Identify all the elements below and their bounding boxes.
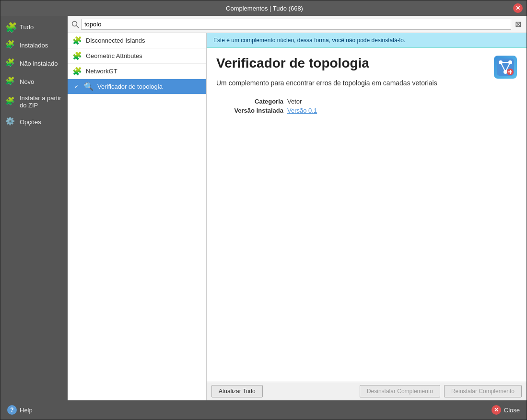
sidebar-item-instalar-zip-label: Instalar a partir do ZIP bbox=[20, 94, 63, 109]
help-label: Help bbox=[20, 407, 33, 414]
sidebar-item-opcoes-label: Opções bbox=[20, 118, 41, 126]
puzzle-green-icon3: 🧩 bbox=[5, 96, 16, 107]
plugin-label-verificador: Verificador de topologia bbox=[97, 83, 163, 90]
sidebar-item-tudo[interactable]: 🧩 Tudo bbox=[0, 18, 68, 36]
search-input[interactable] bbox=[81, 19, 511, 30]
detail-notice: Este é um complemento núcleo, dessa form… bbox=[207, 33, 527, 48]
help-icon: ? bbox=[7, 405, 17, 415]
plugin-icon-disconnected: 🧩 bbox=[72, 36, 82, 45]
sidebar-item-novo-label: Novo bbox=[20, 78, 34, 85]
sidebar-item-nao-instalado-label: Não instalado bbox=[20, 60, 58, 67]
plugin-icon-geometric: 🧩 bbox=[72, 51, 82, 60]
search-bar: ⊠ bbox=[68, 16, 527, 33]
titlebar: Complementos | Tudo (668) ✕ bbox=[0, 0, 527, 16]
plugin-label-geometric-attributes: Geometric Attributes bbox=[86, 52, 142, 59]
plugin-label-networkgt: NetworkGT bbox=[86, 68, 117, 75]
right-panel: ⊠ 🧩 Disconnected Islands 🧩 Geometric Att… bbox=[68, 16, 527, 400]
main-content: 🧩 Tudo 🧩 Instalados 🧩 Não instalado 🧩 No… bbox=[0, 16, 527, 400]
search-icon bbox=[71, 21, 79, 28]
window-title: Complementos | Tudo (668) bbox=[16, 5, 513, 12]
bottom-bar: Atualizar Tudo Desinstalar Complemento R… bbox=[207, 382, 527, 400]
sidebar: 🧩 Tudo 🧩 Instalados 🧩 Não instalado 🧩 No… bbox=[0, 16, 68, 400]
sidebar-item-instalar-zip[interactable]: 🧩 Instalar a partir do ZIP bbox=[0, 91, 68, 113]
puzzle-green-icon: 🧩 bbox=[5, 40, 16, 50]
close-button[interactable]: ✕ Close bbox=[492, 405, 520, 415]
plugin-item-geometric-attributes[interactable]: 🧩 Geometric Attributes bbox=[68, 48, 206, 64]
plugin-label-disconnected-islands: Disconnected Islands bbox=[86, 37, 145, 44]
sidebar-item-novo[interactable]: 🧩 Novo bbox=[0, 72, 68, 91]
svg-point-0 bbox=[72, 21, 77, 26]
detail-meta: Categoria Vetor Versão instalada Versão … bbox=[216, 98, 517, 114]
plugin-item-verificador[interactable]: ✓ 🔍 Verificador de topologia bbox=[68, 79, 206, 94]
bottom-right-buttons: Desinstalar Complemento Reinstalar Compl… bbox=[360, 385, 522, 397]
main-window: Complementos | Tudo (668) ✕ 🧩 Tudo 🧩 Ins… bbox=[0, 0, 527, 420]
topology-checker-icon bbox=[496, 58, 515, 77]
footer: ? Help ✕ Close bbox=[0, 400, 527, 420]
detail-body: Verificador de topologia bbox=[207, 48, 527, 382]
desinstalar-button: Desinstalar Complemento bbox=[360, 385, 440, 397]
checkbox-verificador: ✓ bbox=[72, 83, 80, 91]
close-label: Close bbox=[504, 407, 520, 414]
sidebar-item-nao-instalado[interactable]: 🧩 Não instalado bbox=[0, 54, 68, 72]
plugin-item-disconnected-islands[interactable]: 🧩 Disconnected Islands bbox=[68, 33, 206, 48]
close-icon: ✕ bbox=[492, 405, 501, 415]
meta-versao-value[interactable]: Versão 0.1 bbox=[287, 107, 517, 114]
detail-panel: Este é um complemento núcleo, dessa form… bbox=[207, 33, 527, 400]
sidebar-item-instalados[interactable]: 🧩 Instalados bbox=[0, 36, 68, 54]
plugin-list: 🧩 Disconnected Islands 🧩 Geometric Attri… bbox=[68, 33, 207, 400]
bottom-left-buttons: Atualizar Tudo bbox=[211, 385, 263, 397]
detail-description: Um complemento para encontrar erros de t… bbox=[216, 79, 517, 88]
plugin-icon-networkgt: 🧩 bbox=[72, 67, 82, 76]
reinstalar-button: Reinstalar Complemento bbox=[444, 385, 522, 397]
plugin-logo bbox=[494, 56, 517, 79]
puzzle-icon: 🧩 bbox=[5, 22, 16, 32]
plugin-item-networkgt[interactable]: 🧩 NetworkGT bbox=[68, 64, 206, 79]
detail-title: Verificador de topologia bbox=[216, 56, 369, 71]
meta-versao-label: Versão instalada bbox=[216, 107, 283, 114]
search-clear-button[interactable]: ⊠ bbox=[513, 20, 523, 29]
puzzle-green-icon2: 🧩 bbox=[5, 76, 16, 87]
content-split: 🧩 Disconnected Islands 🧩 Geometric Attri… bbox=[68, 33, 527, 400]
puzzle-yellow-icon: 🧩 bbox=[5, 58, 16, 69]
atualizar-tudo-button[interactable]: Atualizar Tudo bbox=[211, 385, 263, 397]
plugin-icon-verificador: 🔍 bbox=[84, 82, 94, 91]
sidebar-item-opcoes[interactable]: ⚙️ Opções bbox=[0, 113, 68, 131]
meta-categoria-label: Categoria bbox=[216, 98, 283, 105]
sidebar-item-tudo-label: Tudo bbox=[20, 23, 34, 31]
meta-categoria-value: Vetor bbox=[287, 98, 517, 105]
help-button[interactable]: ? Help bbox=[7, 405, 33, 415]
titlebar-close-button[interactable]: ✕ bbox=[513, 3, 523, 13]
sidebar-item-instalados-label: Instalados bbox=[20, 42, 48, 49]
gear-icon: ⚙️ bbox=[5, 117, 16, 127]
svg-line-1 bbox=[77, 25, 79, 28]
